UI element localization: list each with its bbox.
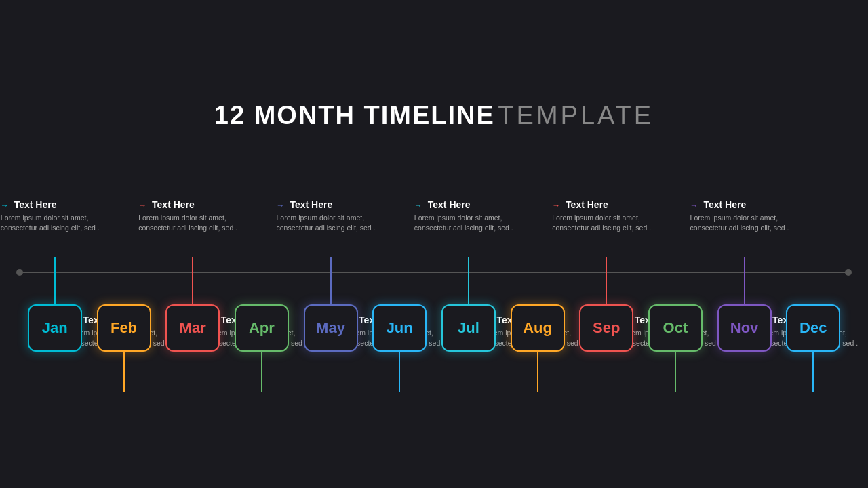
connector-bottom-apr (261, 352, 262, 392)
connector-bottom-feb (123, 352, 125, 392)
month-box-dec: Dec (786, 304, 840, 352)
month-box-apr: Apr (235, 304, 289, 352)
month-col-dec: Dec → Text Here Lorem ipsum dolor sit am… (778, 192, 848, 352)
connector-top-jul (468, 257, 469, 304)
month-box-jan: Jan (28, 304, 82, 352)
connector-top-sep (606, 257, 607, 304)
connector-bottom-jun (399, 352, 400, 392)
connector-top-mar (192, 257, 193, 304)
connector-top-may (330, 257, 332, 304)
month-col-sep: → Text Here Lorem ipsum dolor sit amet, … (572, 192, 641, 352)
month-box-jul: Jul (441, 304, 496, 352)
arrow-sep: → (552, 201, 560, 210)
month-col-nov: → Text Here Lorem ipsum dolor sit amet, … (710, 192, 779, 352)
month-box-jun: Jun (372, 304, 427, 352)
connector-top-jan (54, 257, 56, 304)
arrow-may: → (277, 201, 285, 210)
month-col-mar: → Text Here Lorem ipsum dolor sit amet, … (158, 192, 227, 352)
month-col-jul: → Text Here Lorem ipsum dolor sit amet, … (434, 192, 503, 352)
arrow-jul: → (414, 201, 422, 210)
page-title: 12 MONTH TIMELINE TEMPLATE (214, 101, 654, 130)
month-col-jan: → Text Here Lorem ipsum dolor sit amet, … (20, 192, 90, 352)
month-col-may: → Text Here Lorem ipsum dolor sit amet, … (296, 192, 366, 352)
connector-bottom-oct (675, 352, 676, 392)
title-bold: 12 MONTH TIMELINE (214, 101, 495, 129)
month-box-feb: Feb (97, 304, 151, 352)
arrow-mar: → (138, 201, 146, 210)
month-box-may: May (304, 304, 358, 352)
connector-bottom-aug (537, 352, 538, 392)
months-row: → Text Here Lorem ipsum dolor sit amet, … (20, 157, 848, 388)
month-box-aug: Aug (511, 304, 565, 352)
timeline-container: → Text Here Lorem ipsum dolor sit amet, … (20, 157, 848, 388)
month-box-sep: Sep (579, 304, 633, 352)
month-box-mar: Mar (165, 304, 220, 352)
connector-bottom-dec (812, 352, 814, 392)
arrow-jan: → (1, 201, 9, 210)
month-box-oct: Oct (648, 304, 703, 352)
arrow-nov: → (690, 201, 698, 210)
title-light: TEMPLATE (498, 101, 654, 129)
month-box-nov: Nov (717, 304, 772, 352)
connector-top-nov (744, 257, 745, 304)
